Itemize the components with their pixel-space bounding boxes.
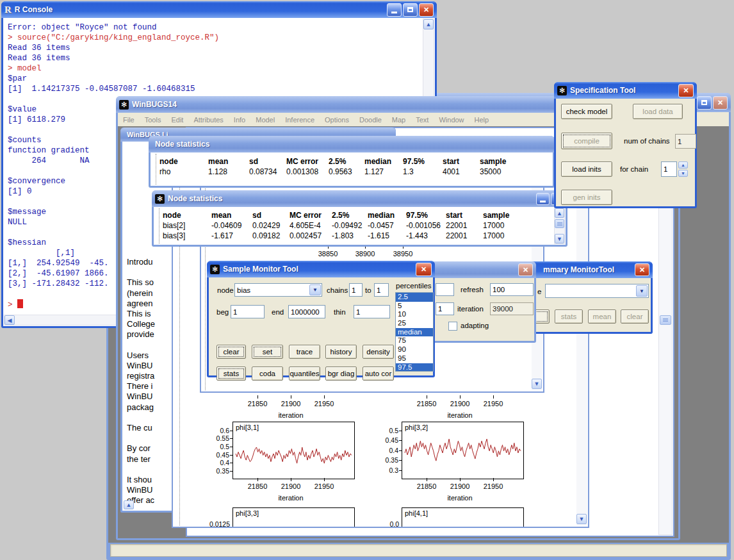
mean-button[interactable]: mean: [588, 309, 616, 324]
gen-inits-button[interactable]: gen inits: [561, 190, 612, 205]
set-button[interactable]: set: [252, 345, 283, 359]
y-tick-label: 0.0: [377, 520, 399, 528]
scroll-down-icon[interactable]: ▼: [532, 379, 542, 389]
beg-field[interactable]: 1: [231, 305, 265, 318]
maximize-icon[interactable]: [697, 96, 712, 110]
trace-button[interactable]: trace: [289, 345, 320, 359]
menu-item-inference[interactable]: Inference: [280, 116, 320, 124]
for-chain-spinner[interactable]: ▲ ▼: [678, 161, 689, 177]
minimize-icon[interactable]: [536, 193, 550, 205]
scrollbar-thumb[interactable]: [555, 219, 564, 228]
summary-monitor-titlebar[interactable]: mmary MonitorTool ✕: [516, 261, 653, 278]
quantiles-button[interactable]: quantiles: [289, 366, 320, 381]
for-chain-label: for chain: [620, 165, 648, 173]
to-label: to: [365, 286, 371, 294]
node-stats-2-vscrollbar[interactable]: ▲ ▼: [554, 208, 565, 244]
for-chain-field[interactable]: 1: [661, 161, 677, 177]
stats-button[interactable]: stats: [555, 309, 583, 324]
menu-item-options[interactable]: Options: [320, 116, 354, 124]
auto-cor-button[interactable]: auto cor: [363, 366, 394, 381]
summary-node-combo[interactable]: ▼: [545, 284, 649, 298]
close-icon[interactable]: ✕: [419, 3, 434, 17]
menu-item-text[interactable]: Text: [411, 116, 434, 124]
menu-item-tools[interactable]: Tools: [140, 116, 167, 124]
close-icon[interactable]: ✕: [416, 263, 432, 276]
close-icon[interactable]: ✕: [678, 84, 694, 97]
axis-tick-label: 21850: [412, 400, 441, 408]
node-combo[interactable]: bias ▼: [234, 283, 322, 297]
compile-button[interactable]: compile: [561, 133, 612, 149]
y-tick-mark: [399, 431, 402, 431]
coda-button[interactable]: coda: [252, 366, 283, 381]
chains-from-field[interactable]: 1: [349, 283, 363, 297]
maximize-icon[interactable]: [403, 3, 418, 17]
bgr-diag-button[interactable]: bgr diag: [325, 366, 357, 381]
menu-item-edit[interactable]: Edit: [166, 116, 188, 124]
spinner-up-icon[interactable]: ▲: [678, 161, 688, 169]
load-inits-button[interactable]: load inits: [561, 161, 612, 177]
updates-field-partial[interactable]: [436, 283, 454, 296]
minimize-icon[interactable]: [387, 3, 402, 17]
update-tool-titlebar[interactable]: ✕: [430, 261, 536, 278]
percentile-option[interactable]: 5: [396, 302, 433, 311]
percentile-option[interactable]: 10: [396, 310, 433, 319]
scroll-up-icon[interactable]: ▲: [423, 19, 434, 29]
menu-item-map[interactable]: Map: [387, 116, 411, 124]
menu-item-doodle[interactable]: Doodle: [354, 116, 387, 124]
end-field[interactable]: 1000000: [288, 305, 325, 318]
close-icon[interactable]: ✕: [518, 263, 533, 276]
percentile-option[interactable]: 75: [396, 336, 433, 345]
adapting-checkbox[interactable]: [448, 322, 457, 331]
specification-titlebar[interactable]: ✻ Specification Tool ✕: [554, 82, 697, 99]
menu-item-window[interactable]: Window: [434, 116, 469, 124]
table-cell: 0.002457: [290, 231, 332, 241]
percentile-option[interactable]: median: [396, 328, 433, 337]
license-line: The cu: [127, 423, 155, 433]
thin-field-partial[interactable]: 1: [436, 302, 454, 315]
load-data-button[interactable]: load data: [633, 104, 683, 119]
sample-monitor-titlebar[interactable]: ✻ Sample Monitor Tool ✕: [207, 261, 435, 277]
clear-button[interactable]: clear: [621, 309, 649, 324]
scroll-up-icon[interactable]: ▲: [124, 500, 134, 509]
menu-item-file[interactable]: File: [118, 116, 140, 124]
scroll-down-icon[interactable]: ▼: [576, 514, 587, 524]
console-line: Read 36 items: [8, 53, 418, 63]
clear-button[interactable]: clear: [216, 345, 246, 359]
axis-tick-mark: [257, 395, 258, 399]
node-stats-1-title: Node statistics: [155, 140, 551, 149]
percentiles-list[interactable]: 2.551025median75909597.5: [395, 292, 434, 372]
y-tick-label: 0.5: [377, 427, 398, 434]
menu-item-info[interactable]: Info: [229, 116, 250, 124]
menu-item-model[interactable]: Model: [250, 116, 280, 124]
close-icon[interactable]: ✕: [713, 96, 728, 110]
scroll-left-icon[interactable]: ◀: [4, 315, 15, 325]
chevron-down-icon[interactable]: ▼: [636, 285, 648, 297]
scrollbar-thumb[interactable]: [660, 315, 671, 325]
stats-button[interactable]: stats: [216, 366, 246, 381]
beg-label: beg: [216, 308, 229, 316]
check-model-button[interactable]: check model: [561, 104, 612, 119]
percentile-option[interactable]: 2.5: [396, 293, 433, 302]
menu-item-attributes[interactable]: Attributes: [188, 116, 228, 124]
spinner-down-icon[interactable]: ▼: [678, 170, 688, 177]
scroll-down-icon[interactable]: ▼: [555, 234, 564, 243]
menu-item-help[interactable]: Help: [469, 116, 494, 124]
table-row: bias[2]-0.046090.024294.605E-4-0.09492-0…: [154, 220, 566, 231]
chains-to-field[interactable]: 1: [374, 283, 389, 297]
percentile-option[interactable]: 25: [396, 319, 433, 328]
thin-field[interactable]: 1: [354, 305, 390, 318]
chevron-down-icon[interactable]: ▼: [309, 284, 321, 295]
density-button[interactable]: density: [363, 345, 394, 359]
percentile-option[interactable]: 95: [396, 354, 433, 363]
percentile-option[interactable]: 90: [396, 345, 433, 354]
history-button[interactable]: history: [325, 345, 357, 359]
refresh-field[interactable]: 100: [490, 283, 534, 296]
close-icon[interactable]: ✕: [635, 263, 649, 276]
r-console-titlebar[interactable]: R R Console ✕: [1, 1, 437, 18]
axis-tick-mark: [257, 478, 258, 481]
node-stats-1-titlebar[interactable]: Node statistics: [149, 136, 555, 152]
node-stats-2-titlebar[interactable]: ✻ Node statistics: [152, 190, 567, 207]
license-line: [127, 433, 155, 443]
scroll-up-icon[interactable]: ▲: [555, 208, 564, 218]
percentile-option[interactable]: 97.5: [396, 363, 433, 372]
